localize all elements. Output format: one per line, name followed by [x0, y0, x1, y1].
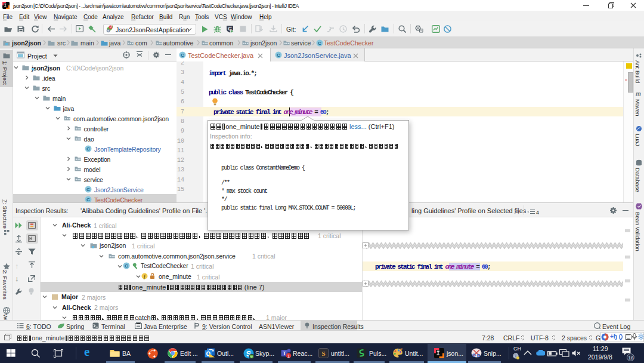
svg-text:C: C [125, 263, 128, 269]
svg-text:C: C [181, 52, 184, 57]
svg-text:C: C [318, 40, 321, 45]
svg-text:S: S [321, 350, 325, 357]
svg-text:1: 1 [287, 353, 290, 359]
svg-text:C: C [86, 187, 90, 192]
svg-text:T: T [283, 350, 286, 356]
svg-text:4: 4 [536, 210, 539, 216]
svg-text:C: C [86, 197, 90, 202]
svg-text:C: C [86, 146, 90, 152]
svg-text:C: C [277, 52, 280, 57]
